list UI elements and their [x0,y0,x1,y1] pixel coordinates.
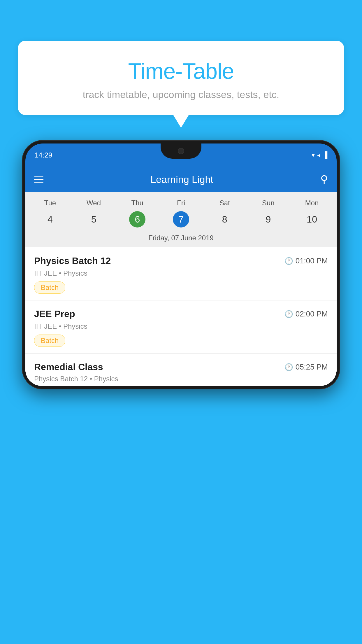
class-item-1[interactable]: Physics Batch 12 🕐 01:00 PM IIT JEE • Ph… [25,247,337,300]
class-list: Physics Batch 12 🕐 01:00 PM IIT JEE • Ph… [25,247,337,386]
time-label-3: 05:25 PM [296,363,328,372]
day-9[interactable]: 9 [247,212,290,227]
class-item-2[interactable]: JEE Prep 🕐 02:00 PM IIT JEE • Physics Ba… [25,300,337,354]
class-meta-1: IIT JEE • Physics [34,269,328,277]
speech-bubble-container: Time-Table track timetable, upcoming cla… [18,41,344,115]
day-header-tue: Tue [28,197,72,209]
class-time-2: 🕐 02:00 PM [284,309,328,318]
class-meta-3: Physics Batch 12 • Physics [34,375,328,383]
class-name-2: JEE Prep [34,309,75,319]
bubble-title: Time-Table [30,58,332,84]
clock-icon-2: 🕐 [284,310,293,318]
phone-frame-wrapper: 14:29 ▾ ◂ ▐ Learning Light ⚲ [22,140,340,389]
day-6-today[interactable]: 6 [129,211,145,228]
class-time-1: 🕐 01:00 PM [284,256,328,265]
batch-badge-1: Batch [34,281,65,294]
class-meta-2: IIT JEE • Physics [34,322,328,330]
day-5[interactable]: 5 [72,212,116,227]
day-header-mon: Mon [290,197,334,209]
class-item-2-top: JEE Prep 🕐 02:00 PM [34,309,328,319]
wifi-icon: ▾ [312,151,315,159]
status-bar: 14:29 ▾ ◂ ▐ [25,144,337,167]
signal-icon: ◂ [317,151,320,159]
day-header-fri: Fri [159,197,203,209]
clock-icon-3: 🕐 [284,363,293,371]
notch [161,144,201,159]
search-button[interactable]: ⚲ [320,173,328,186]
day-8[interactable]: 8 [203,212,247,227]
day-headers: Tue Wed Thu Fri Sat Sun Mon [25,197,337,209]
class-item-1-top: Physics Batch 12 🕐 01:00 PM [34,256,328,266]
speech-bubble: Time-Table track timetable, upcoming cla… [18,41,344,115]
day-header-sat: Sat [203,197,247,209]
menu-line-1 [34,176,43,177]
class-name-3: Remedial Class [34,362,103,372]
time-label-1: 01:00 PM [296,256,328,265]
bubble-subtitle: track timetable, upcoming classes, tests… [30,89,332,100]
menu-icon[interactable] [34,176,43,183]
phone-frame: 14:29 ▾ ◂ ▐ Learning Light ⚲ [22,140,340,389]
app-header: Learning Light ⚲ [25,167,337,192]
status-time: 14:29 [35,151,52,159]
menu-line-3 [34,182,43,183]
clock-icon-1: 🕐 [284,257,293,265]
selected-date-label: Friday, 07 June 2019 [25,231,337,247]
day-10[interactable]: 10 [290,212,334,227]
class-item-3[interactable]: Remedial Class 🕐 05:25 PM Physics Batch … [25,354,337,386]
day-4[interactable]: 4 [28,212,72,227]
app-title: Learning Light [43,174,320,185]
day-header-thu: Thu [115,197,159,209]
phone-screen: Learning Light ⚲ Tue Wed Thu Fri Sat Sun… [25,167,337,386]
class-name-1: Physics Batch 12 [34,256,111,266]
calendar-strip: Tue Wed Thu Fri Sat Sun Mon 4 5 6 7 8 9 … [25,192,337,247]
day-header-sun: Sun [247,197,290,209]
class-time-3: 🕐 05:25 PM [284,363,328,372]
day-header-wed: Wed [72,197,116,209]
class-item-3-top: Remedial Class 🕐 05:25 PM [34,362,328,372]
menu-line-2 [34,179,43,180]
batch-badge-2: Batch [34,335,65,347]
time-label-2: 02:00 PM [296,309,328,318]
day-numbers: 4 5 6 7 8 9 10 [25,209,337,231]
status-icons: ▾ ◂ ▐ [312,151,327,159]
day-7-selected[interactable]: 7 [173,211,189,228]
battery-icon: ▐ [323,151,327,159]
camera [178,148,184,154]
